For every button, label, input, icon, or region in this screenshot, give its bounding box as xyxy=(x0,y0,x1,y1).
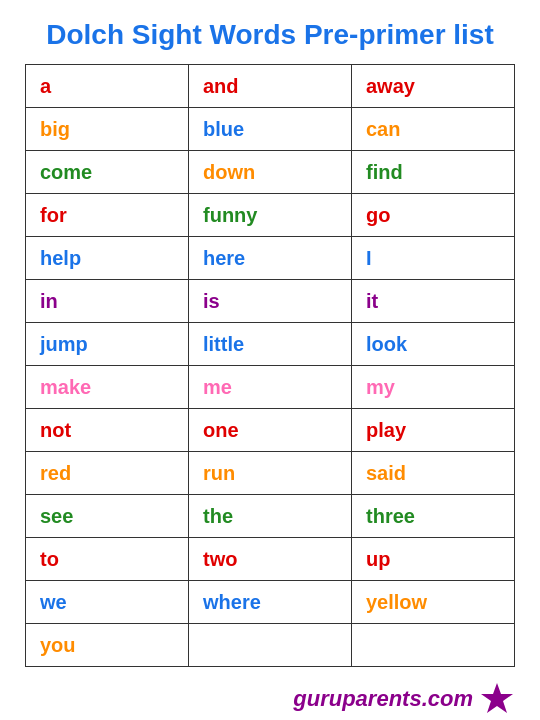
list-item: a xyxy=(40,69,174,103)
list-item: make xyxy=(40,370,174,404)
footer-text: guruparents.com xyxy=(293,686,473,712)
list-item: here xyxy=(203,241,337,275)
list-item: look xyxy=(366,327,500,361)
list-item: away xyxy=(366,69,500,103)
list-item: funny xyxy=(203,198,337,232)
footer: guruparents.com xyxy=(25,667,515,720)
list-item: the xyxy=(203,499,337,533)
list-item: we xyxy=(40,585,174,619)
list-item: is xyxy=(203,284,337,318)
list-item: me xyxy=(203,370,337,404)
list-item: in xyxy=(40,284,174,318)
list-item: blue xyxy=(203,112,337,146)
list-item: two xyxy=(203,542,337,576)
list-item: big xyxy=(40,112,174,146)
list-item: my xyxy=(366,370,500,404)
list-item: play xyxy=(366,413,500,447)
list-item: come xyxy=(40,155,174,189)
list-item: one xyxy=(203,413,337,447)
list-item: and xyxy=(203,69,337,103)
list-item: can xyxy=(366,112,500,146)
list-item: little xyxy=(203,327,337,361)
svg-marker-0 xyxy=(481,683,513,713)
list-item: it xyxy=(366,284,500,318)
list-item: red xyxy=(40,456,174,490)
list-item: said xyxy=(366,456,500,490)
list-item: up xyxy=(366,542,500,576)
list-item: down xyxy=(203,155,337,189)
list-item: to xyxy=(40,542,174,576)
list-item: see xyxy=(40,499,174,533)
list-item: for xyxy=(40,198,174,232)
list-item: you xyxy=(40,628,174,662)
page-title: Dolch Sight Words Pre-primer list xyxy=(26,0,514,64)
list-item: yellow xyxy=(366,585,500,619)
list-item: three xyxy=(366,499,500,533)
star-icon xyxy=(479,681,515,717)
word-table: aandawaybigbluecancomedownfindforfunnygo… xyxy=(25,64,515,667)
list-item: go xyxy=(366,198,500,232)
list-item: run xyxy=(203,456,337,490)
list-item: find xyxy=(366,155,500,189)
list-item: I xyxy=(366,241,500,275)
list-item: where xyxy=(203,585,337,619)
list-item: not xyxy=(40,413,174,447)
list-item: help xyxy=(40,241,174,275)
list-item: jump xyxy=(40,327,174,361)
